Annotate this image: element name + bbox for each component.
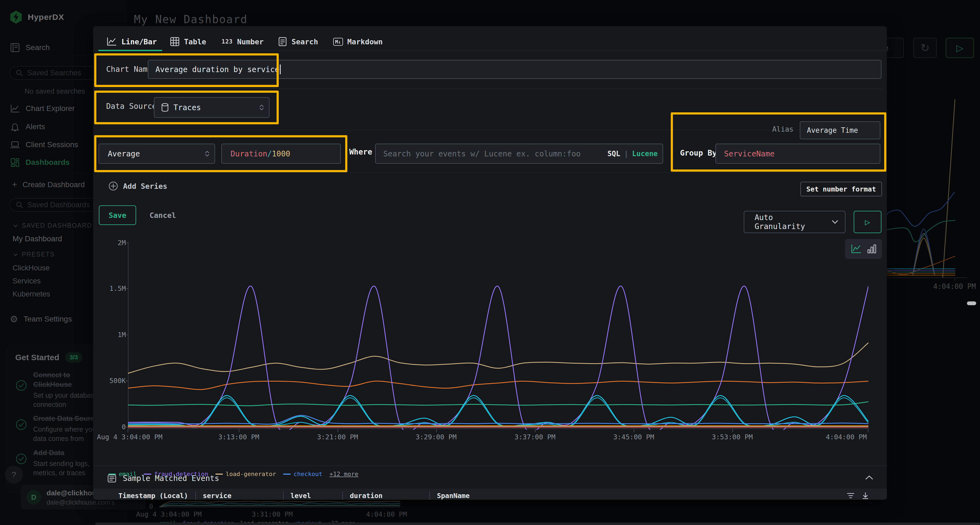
table-icon xyxy=(170,37,180,46)
set-number-format-button[interactable]: Set number format xyxy=(800,182,882,197)
collapse-chevron-icon[interactable] xyxy=(865,475,873,480)
x-axis-label: 3:53:00 PM xyxy=(712,433,753,441)
chart-name-input[interactable]: Average duration by service xyxy=(148,60,881,79)
where-search-input[interactable]: Search your events w/ Lucene ex. column:… xyxy=(375,144,663,164)
chevron-down-icon xyxy=(832,220,838,224)
sql-toggle[interactable]: SQL xyxy=(607,150,620,158)
x-axis-label: 3:37:00 PM xyxy=(514,433,555,441)
column-header-service[interactable]: service xyxy=(195,489,283,500)
data-source-label: Data Source xyxy=(106,102,156,111)
chart-name-label: Chart Name xyxy=(106,65,152,74)
active-tab-indicator xyxy=(98,50,162,51)
filter-icon[interactable] xyxy=(846,492,855,499)
tabs-divider xyxy=(93,51,887,51)
document-icon xyxy=(278,37,287,46)
x-axis-label: 3:13:00 PM xyxy=(218,433,259,441)
number-123-icon: 123 xyxy=(221,38,233,45)
line-bar-icon xyxy=(106,37,117,46)
tab-search[interactable]: Search xyxy=(278,33,318,51)
save-button[interactable]: Save xyxy=(99,205,136,225)
main-chart-plot xyxy=(128,240,869,430)
column-header-spanname[interactable]: SpanName xyxy=(429,489,764,500)
alias-connector-line xyxy=(671,130,772,130)
cancel-button[interactable]: Cancel xyxy=(144,205,182,225)
alias-input[interactable]: Average Time xyxy=(800,121,880,139)
run-query-button[interactable]: ▷ xyxy=(854,211,881,233)
scrollbar-thumb[interactable] xyxy=(967,301,976,305)
column-header-timestamp[interactable]: Timestamp (Local) xyxy=(110,489,195,500)
y-axis-label: 1.5M xyxy=(104,284,126,292)
column-header-level[interactable]: level xyxy=(283,489,342,500)
tab-markdown[interactable]: M↓ Markdown xyxy=(333,33,383,51)
markdown-icon: M↓ xyxy=(333,38,343,46)
group-by-label: Group By xyxy=(680,149,717,157)
x-axis-label: 3:45:00 PM xyxy=(613,433,654,441)
column-header-duration[interactable]: duration xyxy=(342,489,429,500)
sample-events-header[interactable]: Sample Matched Events xyxy=(108,474,219,483)
sample-events-table-header: Timestamp (Local) service level duration… xyxy=(93,489,887,500)
tab-number[interactable]: 123 Number xyxy=(221,33,264,51)
app-root: My New Dashboard Save ↻ ▷ HyperDX Search… xyxy=(0,0,980,525)
plus-circle-icon xyxy=(108,181,118,191)
data-source-select[interactable]: Traces xyxy=(154,97,269,118)
select-chevrons-icon xyxy=(205,151,210,157)
aggregation-select[interactable]: Average xyxy=(99,144,215,164)
tab-table[interactable]: Table xyxy=(170,33,206,51)
expression-input[interactable]: Duration/1000 xyxy=(221,144,341,164)
tab-line-bar[interactable]: Line/Bar xyxy=(106,33,157,51)
database-icon xyxy=(161,103,169,112)
legend-item[interactable]: load-generator xyxy=(215,471,276,477)
x-axis-label: 4:04:00 PM xyxy=(826,433,867,441)
legend-more-link[interactable]: +12 more xyxy=(329,471,358,477)
list-icon xyxy=(108,474,116,482)
edit-chart-modal: Line/Bar Table 123 Number Search M↓ Mark… xyxy=(93,26,887,500)
lucene-toggle[interactable]: Lucene xyxy=(632,150,658,158)
section-divider xyxy=(93,466,887,466)
x-axis-label: Aug 4 3:04:00 PM xyxy=(97,433,162,441)
x-axis-label: 3:29:00 PM xyxy=(416,433,457,441)
select-chevrons-icon xyxy=(259,105,264,111)
y-axis-label: 500K xyxy=(104,377,126,385)
legend-item[interactable]: checkout xyxy=(283,471,322,477)
section-divider xyxy=(98,172,882,173)
y-axis-label: 0 xyxy=(104,423,126,431)
group-by-input[interactable]: ServiceName xyxy=(715,144,880,164)
add-series-button[interactable]: Add Series xyxy=(108,181,167,191)
x-axis-label: 3:21:00 PM xyxy=(317,433,358,441)
y-axis-label: 2M xyxy=(104,239,126,247)
play-icon: ▷ xyxy=(865,217,870,226)
text-cursor xyxy=(280,65,281,74)
where-label: Where xyxy=(349,148,372,156)
y-axis-label: 1M xyxy=(104,331,126,339)
alias-label: Alias xyxy=(770,125,794,133)
download-icon[interactable] xyxy=(862,492,869,500)
legend-dash xyxy=(283,474,291,475)
granularity-select[interactable]: Auto Granularity xyxy=(744,211,846,233)
